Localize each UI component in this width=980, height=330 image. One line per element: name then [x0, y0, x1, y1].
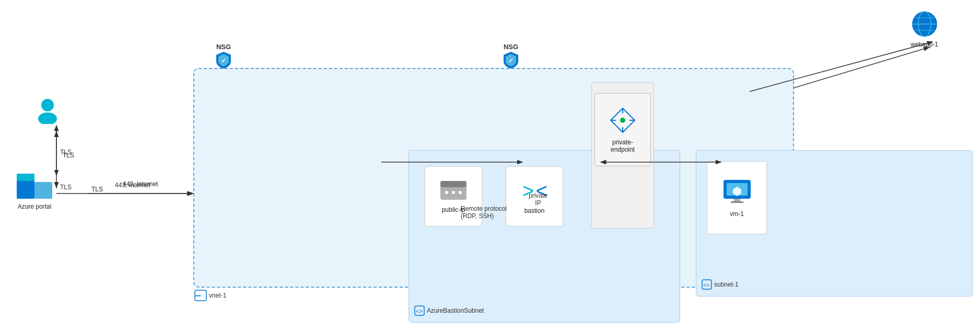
- bastion-label: bastion: [524, 207, 545, 214]
- 443-internet-label: 443, Internet: [123, 180, 158, 188]
- azure-portal-node: Azure portal: [16, 173, 53, 210]
- vnet-icon: •••: [194, 290, 207, 301]
- svg-text:•••: •••: [195, 293, 201, 299]
- tls-horizontal-label: TLS: [91, 186, 103, 193]
- vnet-label: ••• vnet-1: [194, 290, 226, 301]
- private-endpoint-outer-box: private-endpoint: [591, 82, 654, 229]
- azure-portal-label: Azure portal: [18, 203, 52, 210]
- user-node: [34, 97, 61, 124]
- remote-protocol-label: Remote protocol (RDP, SSH): [461, 205, 507, 220]
- private-endpoint-label: private-endpoint: [600, 139, 645, 153]
- diagram-container: TLS Azure portal TLS 443, Internet NSG ✓: [0, 0, 980, 330]
- bastion-subnet-text: AzureBastionSubnet: [427, 307, 484, 314]
- vm-icon: [721, 178, 753, 205]
- user-icon: [34, 97, 61, 124]
- vnet-box: NSG ✓ NSG ✓: [193, 68, 794, 288]
- vnet-text: vnet-1: [209, 292, 226, 299]
- webapp-label: webapp-1: [911, 41, 938, 48]
- webapp-icon: [911, 10, 938, 38]
- svg-rect-11: [17, 174, 34, 181]
- svg-rect-26: [734, 199, 740, 201]
- private-ip-label: private IP: [529, 192, 547, 207]
- svg-rect-10: [34, 182, 52, 199]
- subnet1-text: subnet-1: [714, 281, 739, 288]
- bastion-subnet-label: <> AzureBastionSubnet: [414, 305, 484, 316]
- azure-portal-icon: [16, 173, 53, 200]
- svg-point-17: [452, 191, 455, 194]
- svg-point-16: [445, 191, 448, 194]
- vm-label: vm-1: [730, 210, 744, 218]
- nsg-shield-icon-1: ✓: [215, 51, 232, 70]
- svg-text:TLS: TLS: [60, 184, 72, 191]
- subnet-icon-bastion: <>: [414, 305, 425, 316]
- private-endpoint-card: private-endpoint: [594, 93, 651, 166]
- svg-text:✓: ✓: [508, 57, 514, 64]
- svg-point-31: [620, 118, 625, 123]
- subnet1-box: vm-1 <> subnet-1: [696, 150, 973, 297]
- svg-point-7: [41, 99, 54, 111]
- svg-point-18: [459, 191, 462, 194]
- svg-rect-15: [440, 181, 466, 187]
- subnet-icon-1: <>: [702, 279, 712, 290]
- public-ip-icon: [439, 180, 468, 201]
- nsg-shield-icon-2: ✓: [503, 51, 519, 70]
- vm-card: vm-1: [707, 161, 767, 234]
- webapp-node: webapp-1: [911, 10, 938, 48]
- svg-rect-27: [731, 201, 743, 203]
- tls-vertical-label: TLS: [63, 152, 74, 159]
- svg-text:<>: <>: [703, 282, 710, 288]
- svg-text:✓: ✓: [221, 57, 226, 64]
- nsg-label-2: NSG ✓: [503, 43, 519, 70]
- svg-point-8: [38, 112, 57, 124]
- nsg-label-1: NSG ✓: [215, 43, 232, 70]
- svg-text:<>: <>: [416, 308, 423, 314]
- private-endpoint-icon: [609, 106, 637, 133]
- subnet1-label: <> subnet-1: [702, 279, 739, 290]
